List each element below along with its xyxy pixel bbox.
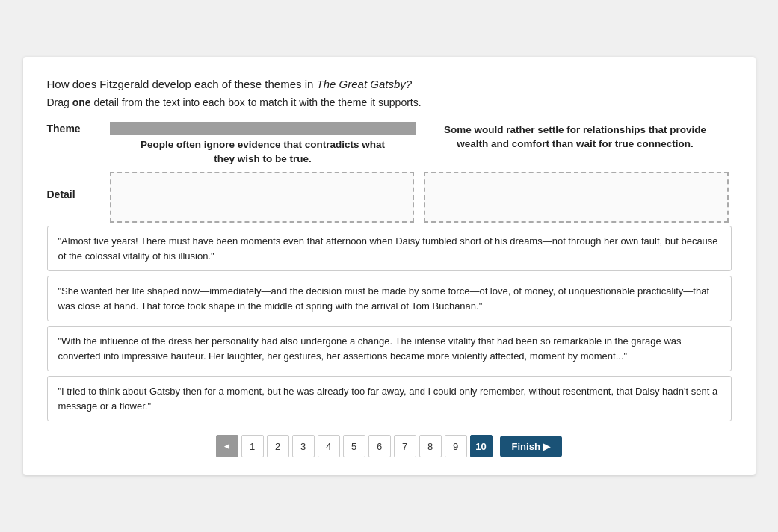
page-btn-5[interactable]: 5 <box>343 435 365 457</box>
detail-boxes <box>107 172 732 223</box>
theme-col-2: Some would rather settle for relationshi… <box>419 122 732 171</box>
page-btn-1[interactable]: 1 <box>241 435 264 457</box>
page-btn-6[interactable]: 6 <box>368 435 391 457</box>
theme-label-cell: Theme <box>47 122 107 171</box>
theme-label: Theme <box>47 123 81 134</box>
drop-zone-1[interactable] <box>110 172 415 223</box>
theme-header-row: Theme People often ignore evidence that … <box>47 122 732 171</box>
quote-card-2[interactable]: "She wanted her life shaped now—immediat… <box>47 276 732 321</box>
prev-page-button[interactable]: ◄ <box>216 435 238 457</box>
page-btn-3[interactable]: 3 <box>292 435 315 457</box>
quote-card-3[interactable]: "With the influence of the dress her per… <box>47 326 732 371</box>
page-btn-2[interactable]: 2 <box>267 435 289 457</box>
finish-button[interactable]: Finish ▶ <box>500 436 563 457</box>
col-divider <box>419 172 419 223</box>
theme1-color-bar <box>110 122 416 135</box>
page-btn-4[interactable]: 4 <box>318 435 340 457</box>
page-btn-9[interactable]: 9 <box>445 435 467 457</box>
quotes-section: "Almost five years! There must have been… <box>47 226 732 421</box>
instruction-1: How does Fitzgerald develop each of thes… <box>47 78 732 90</box>
book-title: The Great Gatsby? <box>317 78 413 90</box>
detail-box-2-wrap <box>421 172 732 223</box>
bold-one: one <box>72 96 91 108</box>
theme1-header: People often ignore evidence that contra… <box>110 137 416 171</box>
quote-card-1[interactable]: "Almost five years! There must have been… <box>47 226 732 271</box>
page-btn-7[interactable]: 7 <box>394 435 416 457</box>
theme2-header: Some would rather settle for relationshi… <box>422 122 729 156</box>
quote-card-4[interactable]: "I tried to think about Gatsby then for … <box>47 376 732 421</box>
pagination-bar: ◄ 12345678910Finish ▶ <box>47 435 732 457</box>
detail-box-1-wrap <box>107 172 418 223</box>
page-btn-10[interactable]: 10 <box>470 435 493 457</box>
page-btn-8[interactable]: 8 <box>419 435 442 457</box>
detail-label: Detail <box>47 172 107 200</box>
page-container: How does Fitzgerald develop each of thes… <box>23 57 756 476</box>
detail-row: Detail <box>47 172 732 223</box>
theme-col-1: People often ignore evidence that contra… <box>107 122 419 171</box>
drop-zone-2[interactable] <box>424 172 729 223</box>
instruction-2: Drag one detail from the text into each … <box>47 96 732 108</box>
